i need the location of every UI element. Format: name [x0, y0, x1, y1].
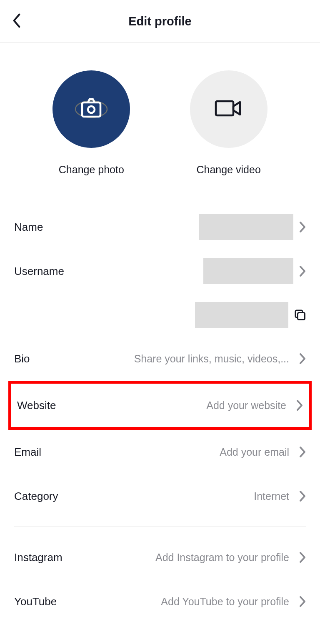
row-name-value-redacted [199, 214, 293, 240]
chevron-right-icon [296, 399, 303, 412]
row-youtube-value: Add YouTube to your profile [57, 596, 289, 608]
svg-rect-1 [82, 102, 100, 117]
row-email-label: Email [14, 446, 41, 459]
video-camera-icon [214, 98, 243, 120]
header-bar: Edit profile [0, 0, 320, 43]
camera-icon [72, 97, 110, 122]
row-instagram[interactable]: Instagram Add Instagram to your profile [0, 535, 320, 579]
chevron-right-icon [299, 221, 306, 233]
back-button[interactable] [8, 10, 26, 33]
chevron-right-icon [299, 595, 306, 608]
row-website-label: Website [17, 399, 56, 412]
chevron-right-icon [299, 265, 306, 277]
row-website-value: Add your website [56, 399, 286, 412]
row-link-value-redacted [195, 302, 288, 328]
change-photo-button[interactable]: Change photo [37, 70, 145, 176]
row-bio-label: Bio [14, 352, 30, 365]
chevron-left-icon [11, 24, 22, 30]
chevron-right-icon [299, 490, 306, 502]
media-row: Change photo Change video [0, 43, 320, 205]
section-divider [14, 527, 306, 527]
chevron-right-icon [299, 446, 306, 458]
page-title: Edit profile [128, 15, 191, 28]
row-username-value-redacted [203, 258, 293, 284]
row-bio[interactable]: Bio Share your links, music, videos,... [0, 337, 320, 381]
svg-rect-5 [298, 313, 305, 320]
highlight-box-website: Website Add your website [8, 381, 312, 430]
svg-rect-3 [216, 101, 233, 115]
row-email[interactable]: Email Add your email [0, 430, 320, 474]
avatar-video-circle [190, 70, 268, 148]
row-youtube[interactable]: YouTube Add YouTube to your profile [0, 579, 320, 624]
change-photo-label: Change photo [59, 164, 124, 176]
change-video-button[interactable]: Change video [175, 70, 283, 176]
row-instagram-value: Add Instagram to your profile [62, 552, 289, 564]
row-category[interactable]: Category Internet [0, 474, 320, 518]
row-category-value: Internet [58, 490, 290, 502]
row-email-value: Add your email [41, 446, 289, 458]
row-instagram-label: Instagram [14, 551, 62, 564]
row-username[interactable]: Username [0, 249, 320, 293]
chevron-right-icon [299, 352, 306, 365]
avatar-photo-circle [52, 70, 130, 148]
row-profile-link[interactable] [0, 293, 320, 337]
row-category-label: Category [14, 490, 58, 503]
row-website[interactable]: Website Add your website [11, 384, 309, 427]
row-name-label: Name [14, 221, 43, 234]
row-name[interactable]: Name [0, 205, 320, 249]
svg-point-2 [88, 106, 95, 113]
chevron-right-icon [299, 551, 306, 564]
row-username-label: Username [14, 265, 64, 278]
row-bio-value: Share your links, music, videos,... [30, 353, 289, 365]
change-video-label: Change video [197, 164, 261, 176]
row-youtube-label: YouTube [14, 595, 57, 608]
copy-icon[interactable] [294, 309, 306, 321]
